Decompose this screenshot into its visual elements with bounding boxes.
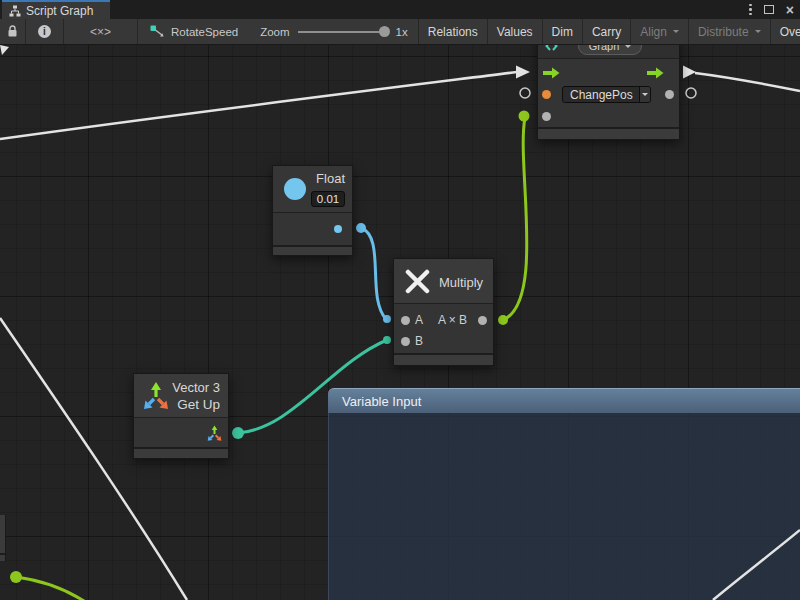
node-partial-left[interactable] — [0, 515, 6, 561]
port-vector3-output[interactable] — [206, 425, 223, 442]
port-result-label: A × B — [438, 313, 467, 327]
node-title: Multiply — [439, 275, 483, 290]
align-button[interactable]: Align — [631, 19, 689, 44]
zoom-slider[interactable] — [298, 31, 388, 33]
values-button[interactable]: Values — [488, 19, 543, 44]
info-icon: i — [38, 25, 51, 38]
distribute-button[interactable]: Distribute — [689, 19, 771, 44]
wire-lime-bottom[interactable] — [16, 577, 84, 600]
window-controls: × — [749, 0, 794, 19]
graph-toolbar: i <×> RotateSpeed Zoom 1x Relations Valu… — [0, 19, 800, 45]
wire-endpoint — [383, 315, 391, 323]
wire-endpoint — [10, 571, 22, 583]
wire-control-out-arrow-icon — [683, 66, 696, 79]
wire-vector-to-multiply[interactable] — [238, 340, 387, 433]
wire-endpoint — [356, 223, 366, 233]
graph-nest-icon — [150, 25, 165, 38]
port-unconnected-left[interactable] — [520, 88, 530, 98]
port-output[interactable] — [665, 90, 674, 99]
wire-endpoint — [519, 111, 530, 122]
multiply-icon — [405, 269, 430, 294]
node-vector3-getup[interactable]: Vector 3 Get Up — [133, 373, 229, 459]
graph-reference-label: RotateSpeed — [171, 26, 238, 38]
zoom-value: 1x — [396, 26, 408, 38]
vector3-icon — [141, 381, 171, 411]
node-footer — [273, 245, 352, 255]
control-output-arrow-icon[interactable] — [647, 67, 664, 79]
node-header[interactable]: Float 0.01 — [273, 166, 352, 213]
lock-icon — [7, 25, 18, 38]
node-type-label: Vector 3 — [172, 380, 220, 395]
wire-endpoint — [383, 336, 391, 344]
code-icon: <×> — [90, 25, 111, 39]
port-b[interactable] — [401, 337, 410, 346]
node-footer — [538, 127, 679, 139]
changepos-dropdown-value: ChangePos — [563, 87, 639, 102]
float-value-field[interactable]: 0.01 — [311, 191, 345, 207]
title-bar: Script Graph × — [0, 0, 800, 19]
node-title: Get Up — [177, 397, 220, 412]
node-header[interactable]: Vector 3 Get Up — [134, 374, 228, 418]
chevron-down-icon — [625, 45, 631, 51]
node-title: Float — [316, 171, 345, 186]
node-header[interactable]: Graph — [538, 45, 679, 59]
control-input-arrow-icon[interactable] — [543, 67, 560, 79]
code-view-button[interactable]: <×> — [64, 19, 138, 44]
tab-title: Script Graph — [26, 4, 93, 18]
wire-control-out[interactable] — [695, 73, 800, 91]
carry-button[interactable]: Carry — [583, 19, 631, 44]
wire-multiply-to-graph[interactable] — [503, 118, 527, 320]
port-a[interactable] — [401, 316, 410, 325]
node-footer — [394, 353, 493, 365]
maximize-icon[interactable] — [764, 5, 774, 14]
node-graph-changepos[interactable]: Graph ChangePos — [537, 45, 680, 140]
port-result[interactable] — [478, 316, 487, 325]
relations-button[interactable]: Relations — [419, 19, 488, 44]
port-float-output[interactable] — [334, 225, 342, 233]
overview-button[interactable]: Overview — [771, 19, 800, 44]
graph-icon — [545, 45, 558, 52]
port-b-label: B — [415, 334, 423, 348]
port-a-label: A — [415, 313, 423, 327]
port-orange[interactable] — [542, 90, 551, 99]
info-button[interactable]: i — [26, 19, 64, 44]
tab-script-graph[interactable]: Script Graph — [2, 0, 110, 19]
wire-endpoint — [498, 315, 508, 325]
menu-icon[interactable] — [749, 4, 752, 16]
wire-control-in-arrow-icon — [516, 66, 530, 79]
port-unconnected-right[interactable] — [686, 88, 696, 98]
node-float[interactable]: Float 0.01 — [272, 165, 353, 256]
wire-endpoint — [232, 427, 244, 439]
graph-canvas[interactable]: Variable Input — [0, 45, 800, 600]
wire-diagonal-left[interactable] — [0, 318, 187, 600]
node-multiply[interactable]: Multiply A A × B B — [393, 258, 494, 366]
changepos-dropdown[interactable]: ChangePos — [562, 86, 651, 103]
dim-button[interactable]: Dim — [543, 19, 583, 44]
wire-fragment — [0, 45, 9, 55]
float-type-icon — [284, 178, 306, 200]
hierarchy-icon — [9, 5, 21, 17]
zoom-slider-handle[interactable] — [379, 26, 390, 37]
wire-control-in[interactable] — [0, 72, 517, 139]
dropdown-arrow — [639, 87, 650, 102]
graph-reference[interactable]: RotateSpeed — [138, 19, 250, 44]
script-graph-window: Script Graph × i <×> RotateS — [0, 0, 800, 600]
graph-dropdown-button[interactable]: Graph — [578, 45, 642, 55]
chevron-down-icon — [673, 30, 679, 36]
lock-button[interactable] — [0, 19, 26, 44]
node-header[interactable]: Multiply — [394, 259, 493, 304]
close-icon[interactable]: × — [786, 3, 794, 17]
wire-diagonal-right[interactable] — [713, 530, 800, 600]
zoom-control: Zoom 1x — [250, 19, 419, 44]
wire-float-to-multiply[interactable] — [361, 228, 386, 319]
chevron-down-icon — [755, 30, 761, 36]
node-footer — [134, 447, 228, 458]
port-input[interactable] — [542, 112, 551, 121]
zoom-label: Zoom — [260, 26, 289, 38]
